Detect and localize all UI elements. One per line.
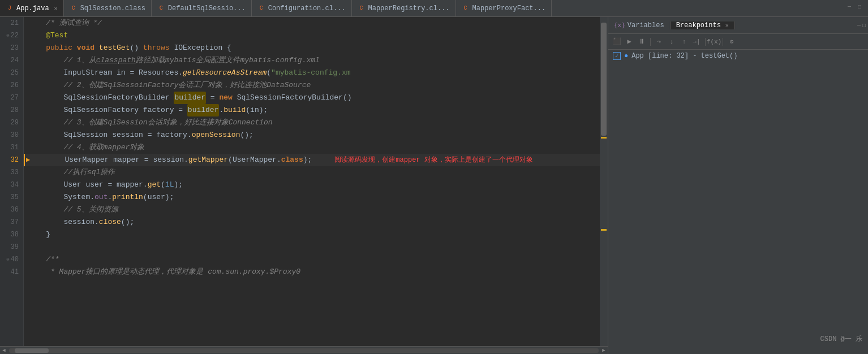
tab-default-sql[interactable]: C DefaultSqlSessio... (152, 0, 252, 16)
panel-restore[interactable]: □ (862, 22, 866, 28)
code-line-23: public void testGet() throws IOException… (24, 42, 600, 54)
tab-close-btn[interactable]: ✕ (54, 5, 58, 12)
panel-toolbar: ⬛ ▶ ⏸ ↷ ↓ ↑ →| f(x) ⚙ (608, 34, 868, 50)
h-scroll-right[interactable]: ▶ (600, 347, 608, 355)
code-line-21: /* 测试查询 */ (24, 17, 600, 29)
code-line-35: System.out.println(user); (24, 191, 600, 204)
settings-btn[interactable]: ⚙ (727, 37, 737, 47)
line-num-33: 33 (2, 166, 19, 179)
line-num-25: 25 (2, 67, 19, 79)
watermark: CSDN @一 乐 (820, 334, 862, 344)
line-numbers: 21 ⊖22 23 24 25 26 27 28 29 30 31 32 33 … (0, 17, 24, 346)
evaluate-btn[interactable]: f(x) (709, 37, 719, 47)
code-line-25: InputStream in = Resources.getResourceAs… (24, 67, 600, 79)
step-over-btn[interactable]: ↷ (654, 37, 664, 47)
h-scroll-thumb[interactable] (15, 348, 49, 353)
panel-minimize[interactable]: ─ (857, 22, 861, 28)
horizontal-scrollbar[interactable]: ◀ ▶ (0, 346, 608, 354)
window-controls: ─ □ (845, 3, 863, 11)
code-line-38: } (24, 228, 600, 241)
line-num-27: 27 (2, 92, 19, 104)
code-content[interactable]: 21 ⊖22 23 24 25 26 27 28 29 30 31 32 33 … (0, 17, 608, 346)
line-num-36: 36 (2, 204, 19, 216)
main-area: 21 ⊖22 23 24 25 26 27 28 29 30 31 32 33 … (0, 17, 868, 354)
tab-bar: J App.java ✕ C SqlSession.class C Defaul… (0, 0, 868, 17)
breakpoint-dot: ● (624, 52, 628, 60)
scrollbar-marker-2 (601, 229, 607, 231)
right-panel: {x} Variables Breakpoints ✕ ─ □ ⬛ ▶ (608, 17, 868, 354)
line-num-40: ⊖40 (2, 253, 19, 266)
code-line-37: session.close(); (24, 216, 600, 228)
scrollbar-thumb[interactable] (601, 23, 607, 136)
line-num-24: 24 (2, 54, 19, 67)
panel-window-btns: ─ □ (857, 22, 866, 28)
line-num-41: 41 (2, 266, 19, 278)
class-file-icon-2: C (157, 5, 165, 12)
line-num-31: 31 (2, 141, 19, 154)
variables-tab-label: Variables (628, 21, 664, 29)
resume-btn[interactable]: ▶ (624, 37, 634, 47)
panel-tab-breakpoints[interactable]: Breakpoints ✕ (671, 21, 735, 29)
execution-arrow: ▶ (26, 154, 30, 166)
line-num-22: ⊖22 (2, 29, 19, 42)
code-editor: 21 ⊖22 23 24 25 26 27 28 29 30 31 32 33 … (0, 17, 608, 354)
step-into-btn[interactable]: ↓ (667, 37, 677, 47)
toolbar-sep-1 (650, 38, 651, 46)
variables-icon: {x} (614, 22, 625, 29)
code-line-28: SqlSessionFactory factory = builder.buil… (24, 104, 600, 116)
line-num-29: 29 (2, 116, 19, 129)
line-num-37: 37 (2, 216, 19, 228)
line-num-32: 32 (2, 154, 19, 166)
java-file-icon: J (6, 5, 14, 12)
line-num-26: 26 (2, 79, 19, 92)
tab-label: App.java (16, 5, 49, 12)
panel-tab-variables[interactable]: {x} Variables (608, 21, 671, 29)
line-num-38: 38 (2, 228, 19, 241)
minimize-btn[interactable]: ─ (845, 3, 853, 11)
tab-label: DefaultSqlSessio... (168, 5, 246, 12)
h-scroll-left[interactable]: ◀ (0, 347, 8, 355)
code-line-29: // 3、创建SqlSession会话对象，好比连接对象Connection (24, 116, 600, 129)
annotation-text: 阅读源码发现，创建mapper 对象，实际上是创建了一个代理对象 (334, 154, 532, 166)
step-out-btn[interactable]: ↑ (679, 37, 689, 47)
tab-mapper-proxy[interactable]: C MapperProxyFact... (456, 0, 552, 16)
line-num-34: 34 (2, 179, 19, 191)
breakpoint-checkbox[interactable]: ✓ (613, 52, 621, 60)
line-num-28: 28 (2, 104, 19, 116)
right-panel-header: {x} Variables Breakpoints ✕ ─ □ (608, 17, 868, 34)
code-line-40: /** (24, 253, 600, 266)
tab-configuration[interactable]: C Configuration.cl... (252, 0, 352, 16)
tab-app-java[interactable]: J App.java ✕ (0, 0, 64, 16)
breakpoint-entry: ✓ ● App [line: 32] - testGet() (608, 50, 868, 62)
toolbar-sep-3 (723, 38, 723, 46)
tab-sql-session[interactable]: C SqlSession.class (64, 0, 152, 16)
pause-btn[interactable]: ⏸ (637, 37, 647, 47)
scrollbar-marker-1 (601, 137, 607, 139)
class-file-icon-3: C (257, 5, 265, 12)
code-line-41: * Mapper接口的原理是动态代理，代理对象是 com.sun.proxy.$… (24, 266, 600, 278)
code-lines: /* 测试查询 */ @Test public void testGet() t… (24, 17, 600, 346)
class-file-icon: C (70, 5, 78, 12)
line-num-39: 39 (2, 241, 19, 253)
run-to-cursor-btn[interactable]: →| (691, 37, 702, 47)
toolbar-sep-2 (705, 38, 706, 46)
line-num-23: 23 (2, 42, 19, 54)
code-line-39 (24, 241, 600, 253)
breakpoints-tab-close[interactable]: ✕ (725, 22, 729, 29)
code-line-26: // 2、创建SqlSessoinFactory会话工厂对象，好比连接池Data… (24, 79, 600, 92)
code-line-36: // 5、关闭资源 (24, 204, 600, 216)
code-line-31: // 4、获取mapper对象 (24, 141, 600, 154)
maximize-btn[interactable]: □ (856, 3, 863, 11)
tab-label: MapperRegistry.cl... (368, 5, 450, 12)
stop-btn[interactable]: ⬛ (612, 37, 622, 47)
breakpoint-label: App [line: 32] - testGet() (631, 52, 737, 60)
tab-label: SqlSession.class (80, 5, 145, 12)
code-line-33: //执行sql操作 (24, 166, 600, 179)
vertical-scrollbar[interactable] (600, 17, 608, 346)
line-num-30: 30 (2, 129, 19, 141)
class-file-icon-5: C (462, 5, 470, 12)
tab-label: MapperProxyFact... (472, 5, 546, 12)
code-line-34: User user = mapper.get(1L); (24, 179, 600, 191)
tab-mapper-registry[interactable]: C MapperRegistry.cl... (352, 0, 456, 16)
h-scroll-track[interactable] (9, 348, 599, 353)
